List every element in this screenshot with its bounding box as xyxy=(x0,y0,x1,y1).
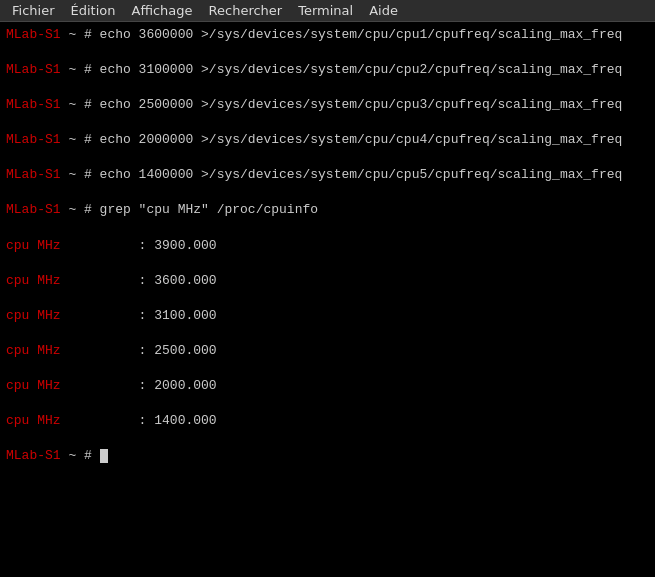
menu-terminal[interactable]: Terminal xyxy=(290,1,361,20)
cursor xyxy=(100,449,108,463)
menubar: Fichier Édition Affichage Rechercher Ter… xyxy=(0,0,655,22)
menu-edition[interactable]: Édition xyxy=(63,1,124,20)
menu-rechercher[interactable]: Rechercher xyxy=(201,1,291,20)
terminal-area[interactable]: MLab-S1 ~ # echo 3600000 >/sys/devices/s… xyxy=(0,22,655,577)
menu-fichier[interactable]: Fichier xyxy=(4,1,63,20)
menu-aide[interactable]: Aide xyxy=(361,1,406,20)
menu-affichage[interactable]: Affichage xyxy=(123,1,200,20)
